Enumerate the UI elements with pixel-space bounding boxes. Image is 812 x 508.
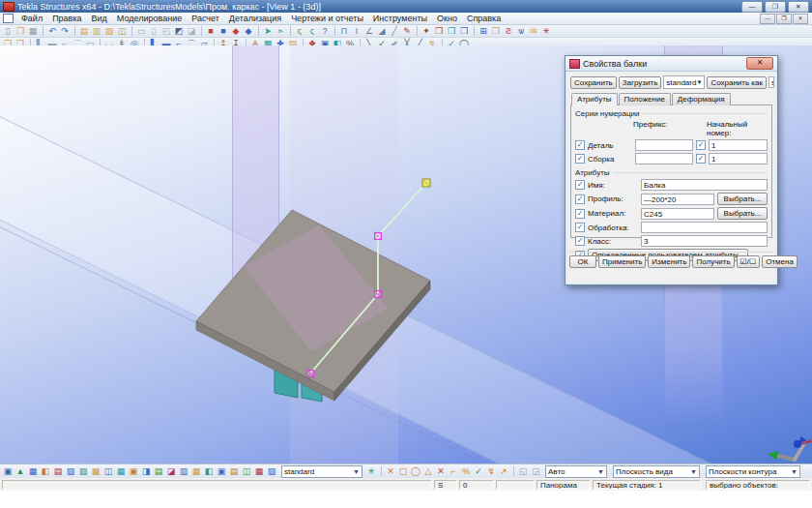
select-tasks-icon[interactable]: ▣ bbox=[216, 466, 227, 477]
select-views-icon[interactable]: ◫ bbox=[102, 466, 114, 477]
checkbox-деталь[interactable]: ✓ bbox=[575, 140, 585, 150]
select-surfaces-icon[interactable]: ▩ bbox=[90, 466, 102, 477]
close-button[interactable]: ✕ bbox=[788, 1, 809, 13]
select-misc4-icon[interactable]: ▧ bbox=[266, 466, 277, 477]
ok-button[interactable]: ОК bbox=[569, 255, 596, 268]
input-профиль[interactable]: —200*20 bbox=[641, 194, 714, 205]
move-icon[interactable]: ➤ bbox=[262, 26, 274, 37]
checkbox-класс[interactable]: ✓ bbox=[575, 236, 585, 246]
save-as-button[interactable]: Сохранить как bbox=[707, 76, 767, 89]
point-blue-icon[interactable]: ■ bbox=[218, 26, 229, 37]
select-assemblies-icon[interactable]: ▦ bbox=[190, 466, 202, 477]
mdi-document-icon[interactable] bbox=[3, 14, 14, 23]
select-points-icon[interactable]: ◧ bbox=[40, 466, 51, 477]
measure-y-icon[interactable]: ◢ bbox=[376, 26, 388, 37]
input-материал[interactable]: С245 bbox=[641, 208, 714, 220]
input-обработка[interactable] bbox=[641, 222, 768, 233]
get-button[interactable]: Получить bbox=[692, 255, 734, 268]
select-components-icon[interactable]: ▦ bbox=[27, 466, 39, 477]
menu-моделирование[interactable]: Моделирование bbox=[112, 14, 187, 23]
snapshot-icon[interactable]: ς bbox=[306, 26, 318, 37]
redo-icon[interactable]: ↷ bbox=[59, 26, 71, 37]
snap-perpendicular-icon[interactable]: ⌐ bbox=[448, 466, 459, 477]
menu-расчет[interactable]: Расчет bbox=[187, 14, 224, 23]
mdi-restore-button[interactable]: ❐ bbox=[776, 14, 792, 24]
menu-правка[interactable]: Правка bbox=[47, 14, 86, 23]
minimize-button[interactable]: — bbox=[741, 1, 763, 13]
selection-filter-combo[interactable]: standard▼ bbox=[281, 465, 362, 478]
globe-icon[interactable]: ✳ bbox=[540, 26, 552, 37]
help-blue-icon[interactable]: ❒ bbox=[458, 26, 470, 37]
flyby-icon[interactable]: ◪ bbox=[186, 26, 197, 37]
point-blue2-icon[interactable]: ◆ bbox=[243, 26, 254, 37]
checkbox-профиль[interactable]: ✓ bbox=[575, 194, 585, 204]
snap-intersection-icon[interactable]: ✕ bbox=[435, 466, 447, 477]
folder-red-icon[interactable]: ❒ bbox=[433, 26, 445, 37]
save-button[interactable]: Сохранить bbox=[570, 76, 617, 89]
table-icon[interactable]: ⊞ bbox=[478, 26, 489, 37]
select-all-icon[interactable]: ▣ bbox=[2, 466, 14, 477]
grid-icon[interactable]: П bbox=[338, 26, 350, 37]
open-folder-icon[interactable]: ❒ bbox=[14, 26, 26, 37]
modify-button[interactable]: Изменить bbox=[648, 255, 690, 268]
select-cuts-icon[interactable]: ▥ bbox=[178, 466, 189, 477]
mdi-close-button[interactable]: ✕ bbox=[793, 14, 808, 24]
copy-icon[interactable]: ➣ bbox=[275, 26, 286, 37]
snap-line-icon[interactable]: ↗ bbox=[498, 466, 509, 477]
checkbox-сборка[interactable]: ✓ bbox=[575, 154, 585, 164]
inquire-icon[interactable]: ? bbox=[319, 26, 331, 37]
prefix-input-сборка[interactable] bbox=[635, 153, 693, 164]
snap-center-icon[interactable]: ◯ bbox=[410, 466, 421, 477]
tab-деформация[interactable]: Деформация bbox=[672, 93, 731, 105]
snap-endpoint-icon[interactable]: ▢ bbox=[397, 466, 409, 477]
ortho-icon[interactable]: ◱ bbox=[517, 466, 529, 477]
publish-icon[interactable]: ▧ bbox=[103, 26, 115, 37]
select-distances-icon[interactable]: ▤ bbox=[153, 466, 164, 477]
select-filter-icon[interactable]: ς bbox=[294, 26, 305, 37]
mdi-minimize-button[interactable]: — bbox=[760, 14, 775, 24]
menu-файл[interactable]: Файл bbox=[16, 14, 47, 23]
start-number-input-сборка[interactable]: 1 bbox=[709, 153, 768, 164]
render-icon[interactable]: ◩ bbox=[173, 26, 185, 37]
input-имя[interactable]: Балка bbox=[641, 179, 768, 191]
select-planes-icon[interactable]: ◨ bbox=[140, 466, 152, 477]
wheel-icon[interactable]: ✳ bbox=[365, 466, 377, 477]
select-материал-button[interactable]: Выбрать... bbox=[717, 207, 768, 220]
toggle-checkboxes-button[interactable]: ☑/☐ bbox=[737, 255, 761, 268]
select-профиль-button[interactable]: Выбрать... bbox=[717, 193, 768, 205]
point-red-icon[interactable]: ◆ bbox=[230, 26, 242, 37]
template-icon[interactable]: ◫ bbox=[116, 26, 128, 37]
checkbox-материал[interactable]: ✓ bbox=[575, 209, 585, 219]
www-icon[interactable]: ѡ bbox=[515, 26, 527, 37]
dialog-close-icon[interactable]: ✕ bbox=[746, 57, 773, 70]
view-list-icon[interactable]: ▯ bbox=[148, 26, 160, 37]
menu-окно[interactable]: Окно bbox=[432, 14, 462, 23]
load-combo[interactable]: standard▼ bbox=[663, 75, 705, 89]
select-rebar-icon[interactable]: ▨ bbox=[77, 466, 89, 477]
start-number-input-деталь[interactable]: 1 bbox=[709, 139, 768, 151]
checkbox-имя[interactable]: ✓ bbox=[575, 180, 585, 190]
markup-icon[interactable]: ✎ bbox=[401, 26, 413, 37]
prefix-input-деталь[interactable] bbox=[635, 139, 693, 151]
input-класс[interactable]: 3 bbox=[641, 235, 768, 247]
view-plane-combo[interactable]: Плоскость вида▼ bbox=[613, 465, 700, 478]
select-grids-icon[interactable]: ▦ bbox=[115, 466, 127, 477]
workplane-icon[interactable]: ◲ bbox=[530, 466, 541, 477]
new-view-icon[interactable]: ▭ bbox=[135, 26, 147, 37]
tab-атрибуты[interactable]: Атрибуты bbox=[571, 93, 618, 105]
macro-icon[interactable]: ❒ bbox=[446, 26, 457, 37]
dialog-title-bar[interactable]: Свойства балки ✕ bbox=[566, 56, 777, 72]
print-icon[interactable]: ▥ bbox=[91, 26, 102, 37]
snap-points-icon[interactable]: ✕ bbox=[385, 466, 396, 477]
select-misc1-icon[interactable]: ▤ bbox=[228, 466, 240, 477]
menu-вид[interactable]: Вид bbox=[87, 14, 112, 23]
select-objects-icon[interactable]: ◧ bbox=[203, 466, 215, 477]
snap-free-icon[interactable]: ✓ bbox=[473, 466, 484, 477]
cancel-button[interactable]: Отмена bbox=[762, 255, 798, 268]
menu-детализация[interactable]: Детализация bbox=[224, 14, 286, 23]
tab-положение[interactable]: Положение bbox=[619, 93, 671, 105]
snap-any-icon[interactable]: ↯ bbox=[485, 466, 497, 477]
select-welds-icon[interactable]: ▧ bbox=[65, 466, 76, 477]
outline-planes-combo[interactable]: Плоскости контура▼ bbox=[706, 465, 800, 478]
mail-icon[interactable]: ✉ bbox=[528, 26, 539, 37]
